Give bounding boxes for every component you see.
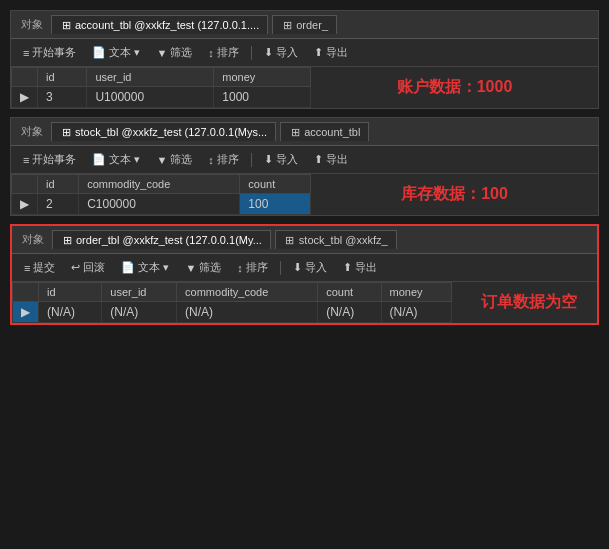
tab-account-tbl[interactable]: ⊞ account_tbl @xxkfz_test (127.0.0.1.... [51, 15, 268, 34]
col-userid-1[interactable]: user_id [87, 68, 214, 87]
col-id-3[interactable]: id [39, 283, 102, 302]
col-id-1[interactable]: id [38, 68, 87, 87]
cell-id-1: 3 [38, 87, 87, 108]
sort-icon-2: ↕ [208, 154, 214, 166]
tab-stock-tbl[interactable]: ⊞ stock_tbl @xxkfz_test (127.0.0.1(Mys..… [51, 122, 276, 141]
table-icon2: ⊞ [281, 19, 293, 31]
export-icon-3: ⬆ [343, 261, 352, 274]
panel-order: 对象 ⊞ order_tbl @xxkfz_test (127.0.0.1(My… [10, 224, 599, 325]
stock-table: id commodity_code count ▶ 2 C100000 100 [11, 174, 311, 215]
annotation-stock: 库存数据：100 [401, 184, 508, 205]
col-arrow-1 [12, 68, 38, 87]
cell-money-1: 1000 [214, 87, 311, 108]
table-row: ▶ (N/A) (N/A) (N/A) (N/A) (N/A) [13, 302, 452, 323]
table-icon3: ⊞ [60, 126, 72, 138]
export-icon-2: ⬆ [314, 153, 323, 166]
tab-order-tbl-label: order_tbl @xxkfz_test (127.0.0.1(My... [76, 234, 262, 246]
col-commodity-3[interactable]: commodity_code [177, 283, 318, 302]
start-tx-icon-2: ≡ [23, 154, 29, 166]
tab-order-tbl[interactable]: ⊞ order_tbl @xxkfz_test (127.0.0.1(My... [52, 230, 271, 249]
annotation-account: 账户数据：1000 [397, 77, 513, 98]
cell-id-na: (N/A) [39, 302, 102, 323]
btn-export-3[interactable]: ⬆ 导出 [339, 258, 381, 277]
cell-money-na: (N/A) [381, 302, 452, 323]
btn-import-1[interactable]: ⬇ 导入 [260, 43, 302, 62]
col-arrow-3 [13, 283, 39, 302]
btn-export-1[interactable]: ⬆ 导出 [310, 43, 352, 62]
btn-import-2[interactable]: ⬇ 导入 [260, 150, 302, 169]
export-icon-1: ⬆ [314, 46, 323, 59]
btn-start-tx-1[interactable]: ≡ 开始事务 [19, 43, 80, 62]
btn-start-tx-2[interactable]: ≡ 开始事务 [19, 150, 80, 169]
order-table: id user_id commodity_code count money ▶ … [12, 282, 452, 323]
cell-commodity-2: C100000 [79, 194, 240, 215]
btn-sort-2[interactable]: ↕ 排序 [204, 150, 243, 169]
annotation-order: 订单数据为空 [481, 292, 577, 313]
panel1-toolbar: ≡ 开始事务 📄 文本 ▾ ▼ 筛选 ↕ 排序 ⬇ 导入 ⬆ 导出 [11, 39, 598, 67]
sort-icon-3: ↕ [237, 262, 243, 274]
cell-count-2: 100 [240, 194, 311, 215]
cell-count-na: (N/A) [318, 302, 381, 323]
tab-stock-tbl-label: stock_tbl @xxkfz_test (127.0.0.1(Mys... [75, 126, 267, 138]
col-userid-3[interactable]: user_id [102, 283, 177, 302]
col-count-3[interactable]: count [318, 283, 381, 302]
col-count-2[interactable]: count [240, 175, 311, 194]
btn-commit[interactable]: ≡ 提交 [20, 258, 59, 277]
btn-text-2[interactable]: 📄 文本 ▾ [88, 150, 144, 169]
panel1-content: id user_id money ▶ 3 U100000 1000 账户数据：1… [11, 67, 598, 108]
table-icon6: ⊞ [284, 234, 296, 246]
panel-account-tabs: 对象 ⊞ account_tbl @xxkfz_test (127.0.0.1.… [11, 11, 598, 39]
btn-sort-1[interactable]: ↕ 排序 [204, 43, 243, 62]
cell-userid-1: U100000 [87, 87, 214, 108]
panel3-object-label: 对象 [18, 232, 48, 247]
table-icon1: ⊞ [60, 19, 72, 31]
col-arrow-2 [12, 175, 38, 194]
import-icon-3: ⬇ [293, 261, 302, 274]
cell-id-2: 2 [38, 194, 79, 215]
panel3-toolbar: ≡ 提交 ↩ 回滚 📄 文本 ▾ ▼ 筛选 ↕ 排序 ⬇ 导入 ⬆ 导出 [12, 254, 597, 282]
rollback-icon: ↩ [71, 261, 80, 274]
btn-sort-3[interactable]: ↕ 排序 [233, 258, 272, 277]
text-icon-1: 📄 [92, 46, 106, 59]
btn-filter-2[interactable]: ▼ 筛选 [152, 150, 196, 169]
table-icon4: ⊞ [289, 126, 301, 138]
row-indicator-2: ▶ [12, 194, 38, 215]
btn-rollback[interactable]: ↩ 回滚 [67, 258, 109, 277]
tab-account-partial-label: account_tbl [304, 126, 360, 138]
table-icon5: ⊞ [61, 234, 73, 246]
col-money-3[interactable]: money [381, 283, 452, 302]
text-icon-3: 📄 [121, 261, 135, 274]
start-tx-icon-1: ≡ [23, 47, 29, 59]
btn-filter-1[interactable]: ▼ 筛选 [152, 43, 196, 62]
row-indicator-3: ▶ [13, 302, 39, 323]
import-icon-1: ⬇ [264, 46, 273, 59]
sort-icon-1: ↕ [208, 47, 214, 59]
text-icon-2: 📄 [92, 153, 106, 166]
panel2-toolbar: ≡ 开始事务 📄 文本 ▾ ▼ 筛选 ↕ 排序 ⬇ 导入 ⬆ 导出 [11, 146, 598, 174]
commit-icon: ≡ [24, 262, 30, 274]
panel2-content: id commodity_code count ▶ 2 C100000 100 … [11, 174, 598, 215]
table-row: ▶ 2 C100000 100 [12, 194, 311, 215]
btn-text-3[interactable]: 📄 文本 ▾ [117, 258, 173, 277]
tab-stock-partial[interactable]: ⊞ stock_tbl @xxkfz_ [275, 230, 397, 249]
panel3-content: id user_id commodity_code count money ▶ … [12, 282, 597, 323]
filter-icon-1: ▼ [156, 47, 167, 59]
panel-stock-tabs: 对象 ⊞ stock_tbl @xxkfz_test (127.0.0.1(My… [11, 118, 598, 146]
btn-text-1[interactable]: 📄 文本 ▾ [88, 43, 144, 62]
cell-commodity-na: (N/A) [177, 302, 318, 323]
col-id-2[interactable]: id [38, 175, 79, 194]
tab-account-partial[interactable]: ⊞ account_tbl [280, 122, 369, 141]
tab-order-partial[interactable]: ⊞ order_ [272, 15, 337, 34]
panel-account: 对象 ⊞ account_tbl @xxkfz_test (127.0.0.1.… [10, 10, 599, 109]
btn-import-3[interactable]: ⬇ 导入 [289, 258, 331, 277]
col-commodity-code-2[interactable]: commodity_code [79, 175, 240, 194]
col-money-1[interactable]: money [214, 68, 311, 87]
sep1 [251, 46, 252, 60]
sep3 [280, 261, 281, 275]
panel-order-tabs: 对象 ⊞ order_tbl @xxkfz_test (127.0.0.1(My… [12, 226, 597, 254]
table-row: ▶ 3 U100000 1000 [12, 87, 311, 108]
btn-filter-3[interactable]: ▼ 筛选 [181, 258, 225, 277]
btn-export-2[interactable]: ⬆ 导出 [310, 150, 352, 169]
panel1-object-label: 对象 [17, 17, 47, 32]
import-icon-2: ⬇ [264, 153, 273, 166]
